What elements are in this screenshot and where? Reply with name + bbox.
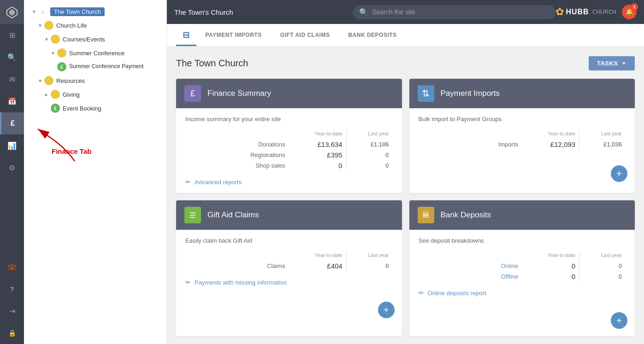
last-year-header: Last year (579, 251, 626, 261)
row-ytd: £395 (289, 150, 346, 160)
add-gift-aid-button[interactable]: + (378, 302, 395, 318)
toggle-icon: ▼ (37, 22, 43, 29)
ytd-header: Year-to-date (522, 251, 579, 261)
gift-aid-footer: + (176, 293, 402, 326)
table-row: Registrations £395 0 (185, 150, 393, 160)
toggle-icon: ▼ (50, 50, 56, 56)
sidebar-item-resources[interactable]: ▼ Resources (24, 74, 166, 87)
row-ytd: £404 (289, 261, 346, 271)
bank-deposits-stats-table: Year-to-date Last year Online 0 0 (419, 251, 626, 282)
tab-gift-aid-claims[interactable]: GIFT AID CLAIMS (271, 25, 339, 46)
app-logo[interactable] (0, 0, 24, 24)
gift-aid-subtitle: Easily claim back Gift Aid (185, 237, 393, 244)
row-last: £1,186 (346, 139, 392, 150)
bank-deposits-icon: 🏛 (418, 207, 434, 223)
toggle-icon: ▼ (43, 36, 50, 42)
bank-deposits-subtitle: See deposit breakdowns (419, 237, 626, 244)
ytd-header: Year-to-date (289, 251, 346, 261)
payment-imports-footer: + (409, 157, 635, 189)
tasks-button[interactable]: TASKS ▼ (589, 56, 635, 70)
lock-icon[interactable]: 🔒 (0, 322, 24, 344)
bank-deposits-body: See deposit breakdowns Year-to-date Last… (409, 230, 635, 304)
row-label: Registrations (185, 150, 289, 160)
page-header: The Town Church TASKS ▼ (176, 56, 635, 70)
app-title: The Town's Church (174, 8, 353, 16)
table-row: Claims £404 0 (185, 261, 393, 271)
sidebar-label: Event Booking (63, 105, 101, 112)
table-row: Online 0 0 (419, 261, 626, 271)
annotation-arrow (29, 120, 112, 166)
help-icon[interactable]: ? (0, 278, 24, 300)
circle-pound-icon: £ (51, 104, 60, 113)
notification-count: 1 (631, 3, 638, 11)
payment-imports-subtitle: Bulk import to Payment Groups (419, 116, 626, 122)
row-ytd: 0 (289, 160, 346, 171)
hubb-butterfly-icon: ✿ (555, 6, 564, 18)
sidebar-item-courses-events[interactable]: ▼ Courses/Events (24, 32, 166, 46)
row-ytd: 0 (522, 271, 579, 282)
finance-stats-table: Year-to-date Last year Donations £13,634… (185, 130, 393, 171)
bank-deposits-header: 🏛 Bank Deposits (409, 200, 635, 230)
dashboard-icon[interactable]: ⊞ (0, 24, 24, 46)
online-deposits-report-link[interactable]: Online deposits report (428, 290, 486, 297)
pencil-icon: ✏ (419, 289, 424, 297)
pencil-icon: ✏ (185, 279, 191, 286)
briefcase-icon[interactable]: 💼 (0, 256, 24, 278)
hubb-wordmark: HUBB (566, 8, 589, 16)
advanced-reports-link[interactable]: Advanced reports (195, 179, 242, 186)
row-last: 0 (579, 271, 626, 282)
sidebar-item-summer-conference-payment[interactable]: £ Summer Conference Payment (24, 60, 166, 74)
tab-home[interactable]: ⊟ (176, 25, 196, 46)
svg-marker-1 (9, 9, 15, 16)
circle-pound-icon: £ (57, 62, 66, 71)
last-year-header: Last year (346, 130, 392, 139)
sidebar-item-giving[interactable]: ► Giving (24, 87, 166, 101)
missing-info-link[interactable]: Payments with missing information (195, 279, 287, 286)
search-input[interactable] (372, 8, 549, 16)
sidebar-label: Summer Conference (69, 50, 124, 57)
online-link[interactable]: Online (501, 262, 519, 269)
sidebar-item-event-booking[interactable]: £ Event Booking (24, 101, 166, 115)
tab-payment-imports[interactable]: PAYMENT IMPORTS (196, 25, 271, 46)
row-label: Shop sales (185, 160, 289, 171)
finance-summary-subtitle: Income summary for your entire site (185, 116, 393, 122)
row-label: Imports (419, 139, 522, 150)
finance-summary-title: Finance Summary (207, 89, 271, 98)
add-bank-deposit-button[interactable]: + (611, 312, 627, 329)
payment-imports-title: Payment Imports (441, 89, 500, 98)
row-last: £1,036 (579, 139, 626, 150)
row-last: 0 (346, 160, 392, 171)
row-last: 0 (346, 150, 392, 160)
tab-bank-deposits[interactable]: BANK DEPOSITS (339, 25, 406, 46)
row-ytd: 0 (522, 261, 579, 271)
mail-icon[interactable]: ✉ (0, 68, 24, 90)
finance-icon[interactable]: £ (0, 112, 24, 134)
circle-icon (44, 21, 53, 30)
search-bar[interactable]: 🔍 (353, 5, 555, 19)
last-year-header: Last year (346, 251, 392, 261)
content-area: The Town Church TASKS ▼ £ Finance Summar… (167, 47, 644, 344)
sidebar-item-church-life[interactable]: ▼ Church Life (24, 18, 166, 32)
signout-icon[interactable]: ⇥ (0, 300, 24, 322)
sidebar-item-summer-conference[interactable]: ▼ Summer Conference (24, 46, 166, 60)
calendar-icon[interactable]: 📅 (0, 90, 24, 112)
payment-imports-icon: ⇅ (418, 85, 434, 102)
sidebar-label: Church Life (56, 22, 87, 29)
cards-grid: £ Finance Summary Income summary for you… (176, 79, 635, 336)
finance-summary-body: Income summary for your entire site Year… (176, 108, 402, 193)
main-container: The Town's Church 🔍 ✿ HUBB .CHURCH 🔔 1 ⊟… (167, 0, 644, 344)
search-icon[interactable]: 🔍 (0, 46, 24, 68)
settings-icon[interactable]: ⚙ (0, 157, 24, 179)
chevron-down-icon: ▼ (622, 61, 626, 66)
bank-deposits-card: 🏛 Bank Deposits See deposit breakdowns Y… (409, 200, 635, 336)
notification-bell[interactable]: 🔔 1 (622, 5, 637, 19)
ytd-header: Year-to-date (289, 130, 346, 139)
sidebar-label: Summer Conference Payment (69, 63, 143, 70)
sidebar-item-town-church[interactable]: ▼ ⌂ The Town Church (24, 5, 166, 18)
pencil-icon: ✏ (185, 178, 191, 186)
circle-icon (51, 35, 60, 44)
row-last: 0 (346, 261, 392, 271)
reports-icon[interactable]: 📊 (0, 134, 24, 157)
add-payment-import-button[interactable]: + (611, 165, 627, 182)
offline-link[interactable]: Offline (501, 273, 518, 280)
